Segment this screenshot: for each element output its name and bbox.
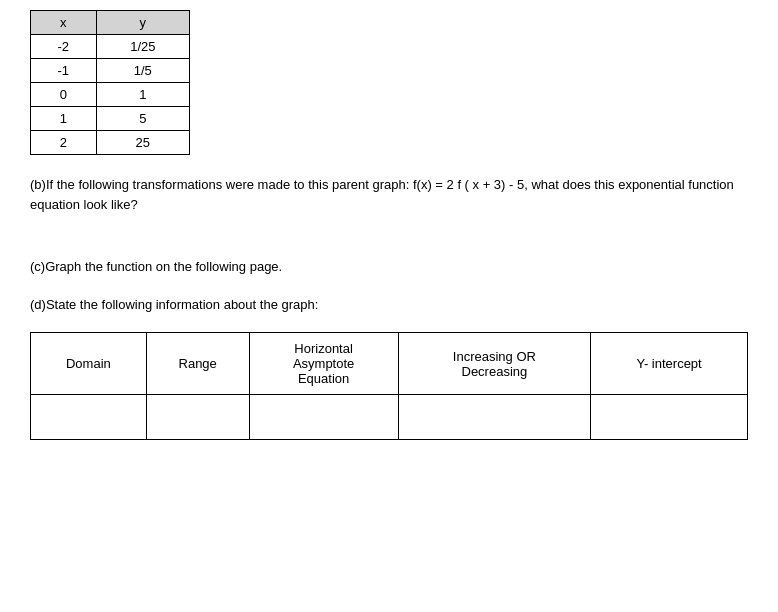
xy-table-row: 225 xyxy=(31,131,190,155)
xy-table-row: 15 xyxy=(31,107,190,131)
info-header-cell-1: Range xyxy=(146,333,249,395)
section-b: (b)If the following transformations were… xyxy=(30,175,748,214)
info-data-cell-0[interactable] xyxy=(31,395,147,440)
xy-table-header-row: x y xyxy=(31,11,190,35)
xy-cell-x: 2 xyxy=(31,131,97,155)
info-header-cell-4: Y- intercept xyxy=(591,333,748,395)
section-c-text: (c)Graph the function on the following p… xyxy=(30,257,748,277)
xy-table: x y -21/25-11/50115225 xyxy=(30,10,190,155)
xy-cell-x: -1 xyxy=(31,59,97,83)
xy-table-row: -21/25 xyxy=(31,35,190,59)
info-data-cell-4[interactable] xyxy=(591,395,748,440)
section-d: (d)State the following information about… xyxy=(30,295,748,315)
section-d-text: (d)State the following information about… xyxy=(30,295,748,315)
section-b-text: (b)If the following transformations were… xyxy=(30,175,748,214)
info-header-cell-2: Horizontal Asymptote Equation xyxy=(249,333,398,395)
info-header-cell-3: Increasing OR Decreasing xyxy=(398,333,591,395)
col-x-header: x xyxy=(31,11,97,35)
xy-cell-x: 1 xyxy=(31,107,97,131)
xy-table-row: 01 xyxy=(31,83,190,107)
xy-cell-x: -2 xyxy=(31,35,97,59)
info-data-cell-3[interactable] xyxy=(398,395,591,440)
col-y-header: y xyxy=(96,11,189,35)
info-table-header-row: DomainRangeHorizontal Asymptote Equation… xyxy=(31,333,748,395)
xy-cell-y: 1/5 xyxy=(96,59,189,83)
xy-table-container: x y -21/25-11/50115225 xyxy=(30,10,748,155)
page-content: x y -21/25-11/50115225 (b)If the followi… xyxy=(30,10,748,440)
xy-cell-y: 5 xyxy=(96,107,189,131)
info-data-cell-2[interactable] xyxy=(249,395,398,440)
info-data-cell-1[interactable] xyxy=(146,395,249,440)
xy-cell-y: 1/25 xyxy=(96,35,189,59)
xy-cell-x: 0 xyxy=(31,83,97,107)
xy-cell-y: 1 xyxy=(96,83,189,107)
xy-table-body: -21/25-11/50115225 xyxy=(31,35,190,155)
info-table-data-row xyxy=(31,395,748,440)
info-table-container: DomainRangeHorizontal Asymptote Equation… xyxy=(30,332,748,440)
section-c: (c)Graph the function on the following p… xyxy=(30,257,748,277)
info-header-cell-0: Domain xyxy=(31,333,147,395)
xy-cell-y: 25 xyxy=(96,131,189,155)
xy-table-row: -11/5 xyxy=(31,59,190,83)
info-table: DomainRangeHorizontal Asymptote Equation… xyxy=(30,332,748,440)
